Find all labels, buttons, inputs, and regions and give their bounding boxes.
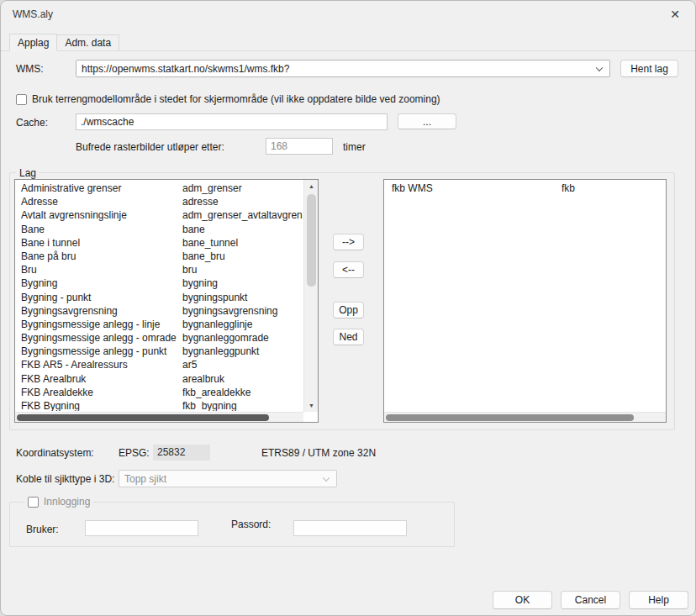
layer-code: adm_grenser [182,182,303,195]
tab-applag[interactable]: Applag [9,34,57,51]
layer-code: arealbruk [182,372,303,386]
horizontal-scroll-thumb[interactable] [17,414,269,421]
layer-name: Avtalt avgrensningslinje [16,208,182,222]
terrain-checkbox[interactable]: Bruk terrengmodellområde i stedet for sk… [16,93,440,105]
ok-button[interactable]: OK [493,591,552,609]
list-item[interactable]: Avtalt avgrensningslinjeadm_grenser_avta… [16,208,303,222]
window-title: WMS.aly [13,8,53,20]
wms-label: WMS: [16,63,44,75]
layer-code: adresse [182,195,303,208]
layer-name: Bane på bru [16,250,182,263]
checkbox-box-icon[interactable] [16,94,27,105]
passord-input[interactable] [293,520,407,536]
move-up-button[interactable]: Opp [333,302,364,319]
cache-label: Cache: [16,117,48,129]
buffer-label: Bufrede rasterbilder utløper etter: [76,141,224,153]
layer-code: bygningsavgrensning [182,304,303,318]
layer-name: Bane [16,223,182,236]
list-item[interactable]: FKB AR5 - Arealressursar5 [16,358,303,371]
wms-dialog: WMS.aly ✕ Applag Adm. data WMS: https://… [0,0,696,616]
horizontal-scrollbar[interactable] [15,412,303,422]
list-item[interactable]: Brubru [16,263,303,276]
layer-code: bane_bru [182,250,303,263]
list-item[interactable]: FKB Bygningfkb_bygning [16,399,303,411]
move-down-button[interactable]: Ned [333,329,364,345]
list-item[interactable]: Bygningsmessige anlegg - linjebygnanlegg… [16,318,303,331]
terrain-checkbox-label: Bruk terrengmodellområde i stedet for sk… [32,93,440,105]
layer-code: bane [182,223,303,236]
datum-label: ETRS89 / UTM zone 32N [261,447,376,459]
cancel-button[interactable]: Cancel [561,591,620,609]
list-item[interactable]: Bygningsmessige anlegg - punktbygnanlegg… [16,345,303,358]
epsg-label: EPSG: [119,447,150,459]
close-icon[interactable]: ✕ [667,8,683,21]
list-item[interactable]: Administrative grenseradm_grenser [16,182,303,195]
browse-button[interactable]: ... [398,113,456,129]
list-item[interactable]: Bygningbygning [16,276,303,290]
list-item[interactable]: Bygningsavgrensningbygningsavgrensning [16,304,303,318]
hent-lag-button[interactable]: Hent lag [620,60,678,77]
layer-name: FKB Arealdekke [16,386,182,399]
layer-name: Bygningsmessige anlegg - omrade [16,331,182,345]
list-item[interactable]: FKB Arealbrukarealbruk [16,372,303,386]
layer-name: Bygning [16,276,182,290]
cache-path-input[interactable] [76,113,388,130]
sjikttype-combobox[interactable]: Topp sjikt [119,470,337,487]
buffer-hours-input[interactable] [266,138,333,155]
layer-name: Bygningsavgrensning [16,304,182,318]
passord-label: Passord: [231,519,271,530]
list-item[interactable]: Bane på brubane_bru [16,250,303,263]
sjikttype-label: Koble til sjikttype i 3D: [16,473,114,485]
horizontal-scroll-thumb[interactable] [386,414,634,421]
help-button[interactable]: Help [629,591,688,609]
layer-name: Bygningsmessige anlegg - linje [16,318,182,331]
layer-name: FKB Arealbruk [16,372,182,386]
layer-name: Bane i tunnel [16,236,182,250]
layer-name: FKB AR5 - Arealressurs [16,358,182,371]
move-left-button[interactable]: <-- [333,261,364,278]
bruker-label: Bruker: [26,524,59,535]
layer-name: Administrative grenser [16,182,182,195]
list-item[interactable]: Bane i tunnelbane_tunnel [16,236,303,250]
layer-code: adm_grenser_avtaltavgrensn [182,208,303,222]
layer-name: fkb WMS [385,182,562,195]
available-layers-list[interactable]: Administrative grenseradm_grenserAdresse… [14,179,319,423]
tab-strip: Applag Adm. data [9,34,119,51]
layer-code: bane_tunnel [182,236,303,250]
bruker-input[interactable] [85,520,198,536]
wms-url-value: https://openwms.statkart.no/skwms1/wms.f… [82,63,289,75]
innlogging-checkbox[interactable]: Innlogging [24,496,93,508]
vertical-scroll-thumb[interactable] [307,194,316,287]
layer-name: Bru [16,263,182,276]
layer-code: bygnanlegglinje [182,318,303,331]
scroll-down-icon[interactable]: ▼ [304,399,319,412]
list-item[interactable]: Bygningsmessige anlegg - omradebygnanleg… [16,331,303,345]
layer-name: Adresse [16,195,182,208]
list-item[interactable]: fkb WMSfkb [385,182,665,195]
layer-name: FKB Bygning [16,399,182,411]
list-item[interactable]: Banebane [16,223,303,236]
list-item[interactable]: FKB Arealdekkefkb_arealdekke [16,386,303,399]
koordinatsystem-label: Koordinatsystem: [16,447,94,459]
list-item[interactable]: Bygning - punktbygningspunkt [16,291,303,304]
checkbox-box-icon[interactable] [28,497,39,508]
wms-url-combobox[interactable]: https://openwms.statkart.no/skwms1/wms.f… [76,60,610,77]
lag-group-label: Lag [16,167,40,179]
layer-code: bygnanleggomrade [182,331,303,345]
innlogging-checkbox-label: Innlogging [44,496,90,508]
vertical-scrollbar[interactable]: ▲ ▼ [303,180,318,412]
list-item[interactable]: Adresseadresse [16,195,303,208]
selected-layers-list[interactable]: fkb WMSfkb [383,179,667,423]
selected-layers-rows: fkb WMSfkb [385,182,665,411]
layer-code: fkb_arealdekke [182,386,303,399]
chevron-down-icon[interactable] [323,474,330,481]
layer-code: fkb [562,182,665,195]
scroll-up-icon[interactable]: ▲ [304,180,319,192]
layer-name: Bygningsmessige anlegg - punkt [16,345,182,358]
chevron-down-icon[interactable] [596,64,603,71]
tab-adm-data[interactable]: Adm. data [56,34,119,51]
move-right-button[interactable]: --> [333,234,364,250]
buffer-unit-label: timer [343,141,366,153]
layer-code: fkb_bygning [182,399,303,411]
horizontal-scrollbar[interactable] [384,412,666,422]
